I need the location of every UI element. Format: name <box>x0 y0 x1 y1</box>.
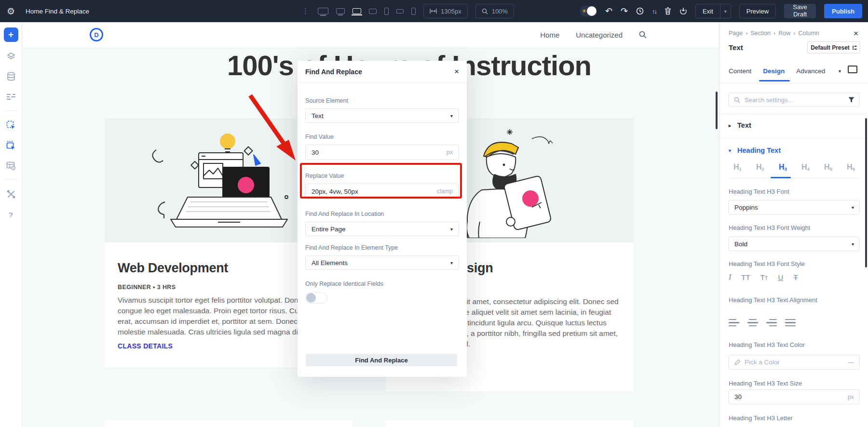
settings-search-input[interactable] <box>744 96 845 104</box>
database-icon[interactable] <box>5 71 17 82</box>
strikethrough-icon[interactable]: T <box>793 273 798 281</box>
exit-button[interactable]: Exit <box>696 4 720 18</box>
nav-link-uncategorized[interactable]: Uncategorized <box>576 31 623 39</box>
find-and-replace-submit-button[interactable]: Find And Replace <box>306 354 457 366</box>
tab-content[interactable]: Content <box>729 67 751 75</box>
uppercase-icon[interactable]: TT <box>741 273 750 281</box>
exit-dropdown-caret[interactable]: ▾ <box>720 4 731 18</box>
view-desktop-icon[interactable] <box>336 8 345 14</box>
breadcrumb-column[interactable]: Column <box>798 30 819 37</box>
heading-level-h2[interactable]: H2 <box>756 163 764 172</box>
text-size-input[interactable]: 30 px <box>729 389 860 404</box>
chevron-down-icon: ▾ <box>852 205 854 210</box>
save-draft-button[interactable]: Save Draft <box>784 4 816 18</box>
chevron-down-icon: ▾ <box>450 227 453 232</box>
panel-close-icon[interactable]: × <box>854 29 858 39</box>
section-toggle-text[interactable]: ▸ Text <box>729 121 751 129</box>
light-dark-mode-toggle[interactable]: ☀ <box>580 6 597 16</box>
view-phone-portrait-icon[interactable] <box>411 8 416 15</box>
breadcrumb-section[interactable]: Section <box>750 30 771 37</box>
left-toolbar: + ? <box>0 22 22 427</box>
active-tab-underline <box>759 80 790 81</box>
publish-button[interactable]: Publish <box>824 4 862 18</box>
source-element-label: Source Element <box>305 97 459 104</box>
breadcrumb-sep: › <box>746 30 747 37</box>
viewport-width-control[interactable]: 1305px <box>423 4 468 18</box>
panel-scrollbar[interactable] <box>865 118 867 267</box>
font-weight-value: Bold <box>734 240 747 248</box>
modal-close-icon[interactable]: × <box>454 67 459 76</box>
settings-search <box>729 93 860 107</box>
heading-level-h5[interactable]: H5 <box>824 163 832 172</box>
zoom-control[interactable]: 100% <box>475 4 514 18</box>
preview-button[interactable]: Preview <box>739 4 776 18</box>
site-search-icon[interactable] <box>639 31 647 39</box>
source-element-select[interactable]: Text ▾ <box>305 108 459 123</box>
logo-letter: D <box>94 31 98 39</box>
grid-mode-icon[interactable] <box>5 140 17 151</box>
color-none-dash: — <box>848 359 854 366</box>
align-justify-icon[interactable] <box>785 319 796 326</box>
trash-icon[interactable] <box>665 7 671 15</box>
view-laptop-icon[interactable] <box>353 8 361 14</box>
click-mode-icon[interactable] <box>5 120 17 131</box>
default-preset-button[interactable]: Default Preset <box>807 41 860 53</box>
align-right-icon[interactable] <box>766 319 777 326</box>
font-select[interactable]: Poppins ▾ <box>729 200 860 214</box>
text-color-picker[interactable]: Pick a Color — <box>729 355 860 370</box>
tab-advanced[interactable]: Advanced <box>796 67 825 75</box>
view-desktop-xl-icon[interactable] <box>318 8 328 14</box>
align-left-icon[interactable] <box>729 319 739 326</box>
layout-settings-icon[interactable] <box>5 160 17 172</box>
rail-divider <box>4 110 18 111</box>
layers-icon[interactable] <box>5 51 17 62</box>
heading-level-h4[interactable]: H4 <box>801 163 810 172</box>
replace-value-input[interactable]: 20px, 4vw, 50px clamp <box>305 184 459 199</box>
next-card-stub <box>105 420 353 427</box>
location-select[interactable]: Entire Page ▾ <box>305 222 459 236</box>
font-weight-select[interactable]: Bold ▾ <box>729 237 860 251</box>
tabs-caret-icon[interactable]: ▾ <box>839 68 841 74</box>
find-value-input[interactable]: 30 px <box>305 145 459 160</box>
more-options-icon[interactable]: ⋮ <box>302 7 309 15</box>
view-tablet-landscape-icon[interactable] <box>369 9 377 14</box>
heading-level-h3[interactable]: H3 <box>779 163 787 172</box>
settings-tabs: Content Design Advanced <box>729 67 825 75</box>
breadcrumb-page[interactable]: Page <box>729 30 743 37</box>
smallcaps-icon[interactable]: TT <box>760 273 768 281</box>
color-placeholder: Pick a Color <box>745 359 780 366</box>
help-icon[interactable]: ? <box>5 209 17 220</box>
page-settings-gear-icon[interactable]: ⚙ <box>7 7 15 16</box>
view-tablet-portrait-icon[interactable] <box>384 8 389 15</box>
history-icon[interactable] <box>636 7 644 15</box>
portability-icon[interactable] <box>679 7 687 15</box>
breadcrumb-row[interactable]: Row <box>778 30 790 37</box>
divi-visual-builder: ⚙ Home Find & Replace ⋮ 1305px 100% ☀ <box>0 0 868 427</box>
text-size-unit: px <box>848 394 854 400</box>
heading-level-h6[interactable]: H6 <box>847 163 855 172</box>
redo-icon[interactable]: ↷ <box>621 7 628 15</box>
identical-fields-toggle[interactable] <box>305 292 327 304</box>
site-logo[interactable]: D <box>90 28 103 41</box>
element-type-select[interactable]: All Elements ▾ <box>305 255 459 270</box>
view-phone-landscape-icon[interactable] <box>396 9 404 13</box>
page-title: Home Find & Replace <box>26 8 89 15</box>
responsive-preview-icon[interactable] <box>848 66 857 73</box>
underline-icon[interactable]: U <box>778 273 784 281</box>
next-card-stub <box>386 420 634 427</box>
italic-icon[interactable]: I <box>729 273 731 281</box>
nav-link-home[interactable]: Home <box>540 31 559 39</box>
element-type-label: Find And Replace In Element Type <box>305 244 459 251</box>
heading-level-h1[interactable]: H1 <box>733 163 742 172</box>
undo-icon[interactable]: ↶ <box>605 7 612 15</box>
canvas-scrollbar[interactable] <box>716 92 718 129</box>
section-toggle-heading-text[interactable]: ▾ Heading Text <box>729 147 781 154</box>
align-center-icon[interactable] <box>747 319 758 326</box>
tools-icon[interactable] <box>5 188 17 200</box>
page-structure-icon[interactable] <box>5 91 17 103</box>
tab-design[interactable]: Design <box>763 67 785 75</box>
filter-funnel-icon[interactable] <box>848 97 854 103</box>
add-module-button[interactable]: + <box>4 27 18 42</box>
preset-label: Default Preset <box>811 44 850 51</box>
sort-layers-icon[interactable]: ↑↓ <box>652 8 656 14</box>
